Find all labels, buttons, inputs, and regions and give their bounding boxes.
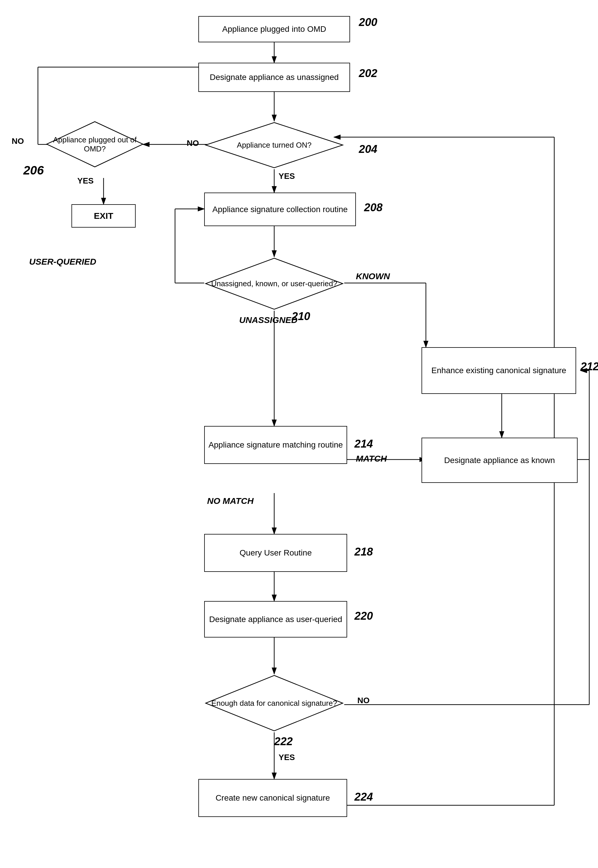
label-no-222: NO <box>357 696 369 705</box>
box-218: Query User Routine <box>204 534 347 572</box>
box-214: Appliance signature matching routine <box>204 426 347 464</box>
label-yes-222: YES <box>279 753 295 762</box>
label-user-queried-top: USER-QUERIED <box>29 257 96 267</box>
box-224: Create new canonical signature <box>198 779 347 817</box>
number-202: 202 <box>359 67 377 80</box>
label-yes-206: YES <box>77 176 94 186</box>
box-212: Enhance existing canonical signature <box>422 347 576 394</box>
box-208: Appliance signature collection routine <box>204 193 356 226</box>
box-216: Designate appliance as known <box>422 438 578 483</box>
label-yes-204: YES <box>279 172 295 181</box>
number-208: 208 <box>364 201 383 214</box>
exit-box: EXIT <box>72 204 136 227</box>
label-no-match: NO MATCH <box>207 496 254 506</box>
label-no-206: NO <box>12 136 24 146</box>
number-200: 200 <box>359 16 377 28</box>
number-206: 206 <box>23 163 44 177</box>
diamond-222: Enough data for canonical signature? <box>204 674 344 732</box>
box-202: Designate appliance as unassigned <box>198 63 350 92</box>
number-218: 218 <box>354 546 373 558</box>
diamond-206: Appliance plugged out of OMD? <box>45 120 144 168</box>
label-no-204: NO <box>187 139 199 148</box>
label-match: MATCH <box>356 454 387 464</box>
diamond-210: Unassigned, known, or user-queried? <box>204 257 344 311</box>
diamond-204: Appliance turned ON? <box>204 121 344 169</box>
number-204: 204 <box>359 143 377 156</box>
number-214: 214 <box>354 438 373 450</box>
number-220: 220 <box>354 610 373 623</box>
number-212: 212 <box>580 360 598 373</box>
start-box: Appliance plugged into OMD <box>198 16 350 42</box>
number-222: 222 <box>274 735 293 748</box>
flowchart-diagram: Appliance plugged into OMD 200 Designate… <box>0 0 598 868</box>
label-known: KNOWN <box>356 271 390 281</box>
box-220: Designate appliance as user-queried <box>204 601 347 638</box>
number-224: 224 <box>354 791 373 803</box>
label-unassigned: UNASSIGNED <box>239 315 298 325</box>
